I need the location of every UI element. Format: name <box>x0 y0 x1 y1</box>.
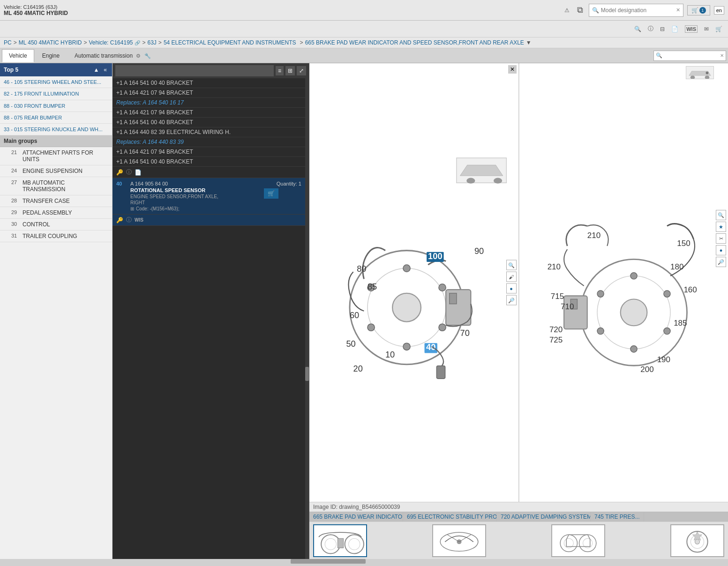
svg-text:210: 210 <box>587 231 600 240</box>
diagram-right-zoom-in-btn[interactable]: 🔍 <box>716 210 726 220</box>
sidebar-group-24[interactable]: 24 ENGINE SUSPENSION <box>0 165 112 177</box>
sidebar-collapse-btn[interactable]: ▲ <box>92 66 100 74</box>
part-item-8[interactable]: +1 A 164 541 00 40 BRACKET <box>113 157 305 167</box>
email-icon: ✉ <box>704 26 709 32</box>
svg-point-37 <box>597 290 604 297</box>
sidebar-top-item-4[interactable]: 33 - 015 STEERING KNUCKLE AND WH... <box>0 124 112 135</box>
thumbnail-665[interactable] <box>313 524 367 557</box>
parts-scrollbar[interactable] <box>305 78 309 559</box>
diagram-color-btn[interactable]: 🖌 <box>506 272 517 282</box>
breadcrumb-pc[interactable]: PC <box>4 39 12 46</box>
part-item-3[interactable]: +1 A 164 421 07 94 BRACKET <box>113 108 305 118</box>
email-toolbar-btn[interactable]: ✉ <box>702 25 711 33</box>
cart-toolbar-btn[interactable]: 🛒 <box>713 25 724 33</box>
tab-engine[interactable]: Engine <box>35 49 67 62</box>
part-item-1[interactable]: +1 A 164 421 07 94 BRACKET <box>113 88 305 98</box>
part-item-2[interactable]: Replaces: A 164 540 16 17 <box>113 98 305 108</box>
vehicle-id: Vehicle: C164195 (63J) <box>4 4 68 10</box>
diagram-zoom-in-btn[interactable]: 🔍 <box>506 260 517 270</box>
parts-search-input[interactable] <box>115 65 274 76</box>
thumbnail-695[interactable] <box>432 524 486 557</box>
selected-part-row[interactable]: 40 A 164 905 84 00 ROTATIONAL SPEED SENS… <box>113 178 305 215</box>
language-selector[interactable]: en <box>714 6 724 15</box>
sidebar-pin-btn[interactable]: « <box>102 66 108 74</box>
diagram-right-connector-btn[interactable]: ● <box>716 245 726 255</box>
svg-text:90: 90 <box>474 246 484 256</box>
tab-transmission-label: Automatic transmission <box>75 52 133 59</box>
thumb-svg-665 <box>314 525 366 556</box>
part-detail-btn[interactable]: ⓘ <box>126 168 132 176</box>
tab-search-close[interactable]: ✕ <box>720 53 724 58</box>
part-item-6[interactable]: Replaces: A 164 440 83 39 <box>113 137 305 147</box>
diagram-right-scissors-btn[interactable]: ✂ <box>716 233 726 244</box>
thumb-label-720[interactable]: 720 ADAPTIVE DAMPING SYSTEM AND LEVEL LO… <box>497 512 591 521</box>
zoom-toolbar-btn[interactable]: 🔍 <box>632 25 643 33</box>
svg-point-32 <box>620 299 647 326</box>
breadcrumb-dropdown-icon[interactable]: ▼ <box>526 39 532 46</box>
filter-toolbar-btn[interactable]: ⊟ <box>658 25 667 33</box>
thumb-label-665[interactable]: 665 BRAKE PAD WEAR INDICATOR AND SPEED S… <box>309 512 403 521</box>
wis-toolbar-btn[interactable]: WIS <box>683 24 699 34</box>
part-item-4[interactable]: +1 A 164 541 00 40 BRACKET <box>113 118 305 127</box>
tab-transmission-icon2: 🔧 <box>144 53 151 59</box>
sidebar-group-28[interactable]: 28 TRANSFER CASE <box>0 195 112 207</box>
breadcrumb-665[interactable]: 665 BRAKE PAD WEAR INDICATOR AND SPEED S… <box>305 39 524 46</box>
part-info-btn[interactable]: 🔑 <box>116 168 123 176</box>
image-id-label: Image ID: drawing_B54665000039 <box>313 504 400 510</box>
doc-icon: 📄 <box>671 26 678 32</box>
part-item-0[interactable]: +1 A 164 541 00 40 BRACKET <box>113 78 305 88</box>
svg-point-9 <box>403 343 410 350</box>
thumbnail-720[interactable] <box>551 524 605 557</box>
diagram-right-zoom-out-btn[interactable]: 🔎 <box>716 257 726 267</box>
parts-grid-view-btn[interactable]: ⊞ <box>285 66 295 75</box>
tab-transmission-icon1: ⚙ <box>136 53 141 59</box>
thumb-label-745[interactable]: 745 TIRE PRES... <box>591 512 644 521</box>
part-item-5[interactable]: +1 A 164 440 82 39 ELECTRICAL WIRING H. <box>113 127 305 137</box>
sidebar-group-30[interactable]: 30 CONTROL <box>0 219 112 231</box>
thumbnail-745[interactable] <box>670 524 724 557</box>
clear-search-icon[interactable]: ✕ <box>676 7 680 13</box>
expand-icon: ⤢ <box>299 67 304 74</box>
selected-part-info-btn[interactable]: 🔑 <box>116 216 123 224</box>
bottom-scrollbar[interactable] <box>0 559 728 564</box>
right-connector-icon: ● <box>720 247 723 253</box>
tab-transmission[interactable]: Automatic transmission ⚙ 🔧 <box>68 49 158 62</box>
thumb-svg-695 <box>433 525 485 556</box>
part-item-7[interactable]: +1 A 164 421 07 94 BRACKET <box>113 147 305 157</box>
selected-part-wis-btn[interactable]: WIS <box>135 216 143 224</box>
breadcrumb-model[interactable]: ML 450 4MATIC HYBRID <box>19 39 82 46</box>
diagram-close-btn[interactable]: ✕ <box>508 65 517 74</box>
copy-button[interactable]: ⧉ <box>575 4 585 16</box>
add-to-cart-btn[interactable]: 🛒 <box>264 188 278 199</box>
selected-part-detail-btn[interactable]: ⓘ <box>126 216 132 224</box>
parts-expand-btn[interactable]: ⤢ <box>297 66 306 75</box>
parts-list-view-btn[interactable]: ≡ <box>276 66 284 75</box>
header-bar: Vehicle: C164195 (63J) ML 450 4MATIC HYB… <box>0 0 728 21</box>
breadcrumb-vehicle[interactable]: Vehicle: C164195 <box>89 39 133 46</box>
breadcrumb-63j[interactable]: 63J <box>148 39 157 46</box>
warning-button[interactable]: ⚠ <box>563 6 571 15</box>
svg-text:190: 190 <box>657 355 670 364</box>
cart-button[interactable]: 🛒 1 <box>687 5 710 15</box>
sidebar-top-item-1[interactable]: 82 - 175 FRONT ILLUMINATION <box>0 88 112 100</box>
thumb-label-695[interactable]: 695 ELECTRONIC STABILITY PROGRAM (ESP) ⧉ <box>403 512 497 521</box>
part-copy-btn[interactable]: 📄 <box>135 168 142 176</box>
tab-vehicle[interactable]: Vehicle <box>2 49 34 62</box>
doc-toolbar-btn[interactable]: 📄 <box>669 25 680 33</box>
diagram-zoom-out-btn[interactable]: 🔎 <box>506 295 517 305</box>
svg-point-28 <box>705 75 710 79</box>
sidebar-top-item-0[interactable]: 46 - 105 STEERING WHEEL AND STEE... <box>0 76 112 88</box>
model-search-input[interactable] <box>601 7 676 14</box>
sidebar-top-item-3[interactable]: 88 - 075 REAR BUMPER <box>0 112 112 124</box>
sidebar-group-31[interactable]: 31 TRAILER COUPLING <box>0 231 112 242</box>
breadcrumb-54[interactable]: 54 ELECTRICAL EQUIPMENT AND INSTRUMENTS <box>164 39 296 46</box>
tab-search-input[interactable] <box>664 53 720 59</box>
sidebar-group-29[interactable]: 29 PEDAL ASSEMBLY <box>0 207 112 219</box>
sidebar-group-21[interactable]: 21 ATTACHMENT PARTS FOR UNITS <box>0 147 112 165</box>
sidebar-top-item-2[interactable]: 88 - 030 FRONT BUMPER <box>0 100 112 112</box>
diagram-connector-btn[interactable]: ● <box>506 283 517 294</box>
sidebar-group-27[interactable]: 27 MB AUTOMATIC TRANSMISSION <box>0 177 112 195</box>
info-toolbar-btn[interactable]: ⓘ <box>646 24 655 34</box>
diagram-right-star-btn[interactable]: ★ <box>716 222 726 232</box>
quantity-label: Quantity: 1 <box>264 181 301 186</box>
